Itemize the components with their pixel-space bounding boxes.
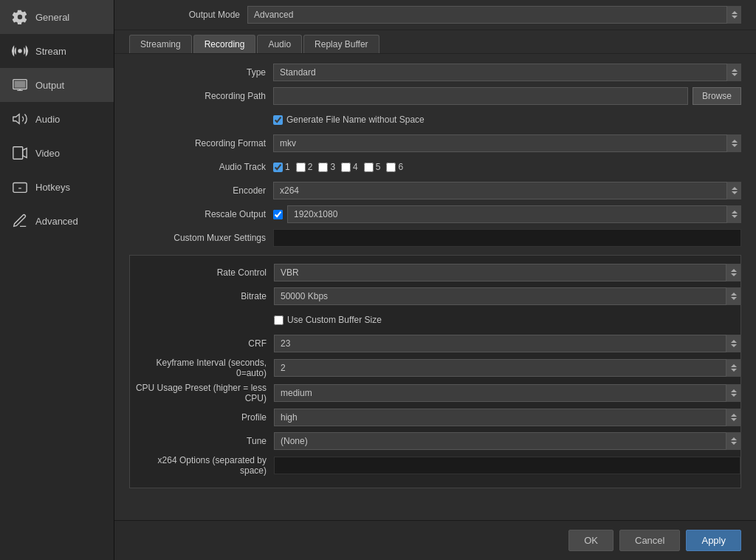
video-icon <box>12 145 28 161</box>
encoder-row: Encoder x264 <box>129 181 741 200</box>
sidebar-label-audio: Audio <box>35 114 60 125</box>
track-2-label: 2 <box>308 162 313 172</box>
rate-control-label: Rate Control <box>130 267 274 278</box>
output-mode-select-wrapper: Advanced Simple <box>247 6 741 24</box>
tab-recording[interactable]: Recording <box>193 35 256 53</box>
stream-icon <box>12 43 28 59</box>
browse-button[interactable]: Browse <box>693 87 741 105</box>
audio-track-label: Audio Track <box>129 162 273 172</box>
svg-point-0 <box>18 49 22 53</box>
generate-filename-row: Generate File Name without Space <box>129 110 741 129</box>
sidebar-label-hotkeys: Hotkeys <box>35 182 70 193</box>
bitrate-input[interactable] <box>274 287 740 305</box>
custom-buffer-text: Use Custom Buffer Size <box>287 315 382 325</box>
sidebar-label-general: General <box>35 12 69 23</box>
rate-control-row: Rate Control VBR CBR ABR CRF <box>130 263 740 282</box>
sidebar-item-video[interactable]: Video <box>0 136 114 170</box>
sidebar-label-advanced: Advanced <box>35 216 78 227</box>
sidebar-item-audio[interactable]: Audio <box>0 102 114 136</box>
sidebar-item-general[interactable]: General <box>0 0 114 34</box>
track-5-checkbox[interactable] <box>364 163 374 172</box>
bottom-bar: OK Cancel Apply <box>114 520 756 560</box>
x264-options-input[interactable] <box>274 457 740 474</box>
profile-label: Profile <box>130 412 274 423</box>
tab-replay-buffer[interactable]: Replay Buffer <box>303 35 379 53</box>
generate-filename-checkbox[interactable] <box>273 115 283 125</box>
sidebar: General Stream Output Audio <box>0 0 114 560</box>
gear-icon <box>12 9 28 25</box>
audio-track-controls: 1 2 3 4 5 <box>273 162 741 172</box>
custom-muxer-row: Custom Muxer Settings <box>129 228 741 247</box>
rescale-output-checkbox[interactable] <box>273 210 283 219</box>
svg-rect-2 <box>15 81 26 88</box>
track-2-item: 2 <box>296 162 313 172</box>
recording-path-label: Recording Path <box>129 91 273 101</box>
type-select[interactable]: Standard <box>273 64 741 81</box>
rate-control-select[interactable]: VBR CBR ABR CRF <box>274 264 740 281</box>
keyframe-interval-label: Keyframe Interval (seconds, 0=auto) <box>130 358 274 378</box>
track-2-checkbox[interactable] <box>296 163 306 172</box>
apply-button[interactable]: Apply <box>686 530 741 551</box>
track-3-item: 3 <box>318 162 335 172</box>
rescale-output-label: Rescale Output <box>129 209 273 219</box>
output-icon <box>12 77 28 93</box>
tab-audio[interactable]: Audio <box>257 35 302 53</box>
encoder-settings-section: Rate Control VBR CBR ABR CRF Bitra <box>129 255 741 488</box>
x264-options-row: x264 Options (separated by space) <box>130 455 740 476</box>
sidebar-item-stream[interactable]: Stream <box>0 34 114 68</box>
crf-row: CRF <box>130 334 740 353</box>
keyframe-interval-input[interactable] <box>274 359 740 377</box>
content-area: Type Standard Recording Path Browse <box>114 54 756 520</box>
cpu-usage-select[interactable]: ultrafast superfast veryfast faster fast… <box>274 384 740 402</box>
custom-buffer-checkbox[interactable] <box>274 315 284 325</box>
crf-label: CRF <box>130 338 274 349</box>
svg-rect-4 <box>13 183 27 193</box>
recording-format-label: Recording Format <box>129 138 273 148</box>
recording-format-select[interactable]: mkv mp4 flv ts m3u8 <box>273 134 741 152</box>
svg-rect-3 <box>13 147 23 160</box>
crf-input[interactable] <box>274 335 740 352</box>
ok-button[interactable]: OK <box>568 530 614 551</box>
track-3-label: 3 <box>330 162 335 172</box>
profile-select[interactable]: baseline main high <box>274 409 740 426</box>
recording-path-row: Recording Path Browse <box>129 86 741 106</box>
track-6-item: 6 <box>386 162 403 172</box>
advanced-icon <box>12 213 28 229</box>
encoder-select[interactable]: x264 <box>273 182 741 199</box>
sidebar-item-hotkeys[interactable]: Hotkeys <box>0 170 114 204</box>
track-4-checkbox[interactable] <box>341 163 351 172</box>
rescale-output-select[interactable]: 1920x1080 1280x720 1280x960 <box>287 205 741 223</box>
output-mode-label: Output Mode <box>129 10 247 20</box>
custom-buffer-label[interactable]: Use Custom Buffer Size <box>274 315 740 325</box>
track-1-item: 1 <box>273 162 290 172</box>
track-6-label: 6 <box>398 162 403 172</box>
sidebar-item-output[interactable]: Output <box>0 68 114 102</box>
hotkeys-icon <box>12 179 28 195</box>
tune-row: Tune (None) film animation grain stillim… <box>130 431 740 451</box>
bitrate-label: Bitrate <box>130 291 274 301</box>
cancel-button[interactable]: Cancel <box>619 530 680 551</box>
tab-streaming[interactable]: Streaming <box>129 35 192 53</box>
tune-label: Tune <box>130 436 274 446</box>
cpu-usage-label: CPU Usage Preset (higher = less CPU) <box>130 383 274 403</box>
encoder-label: Encoder <box>129 185 273 196</box>
custom-muxer-input[interactable] <box>273 229 741 247</box>
recording-path-input[interactable] <box>273 87 688 105</box>
track-5-label: 5 <box>376 162 381 172</box>
recording-path-controls: Browse <box>273 87 741 105</box>
track-6-checkbox[interactable] <box>386 163 396 172</box>
tune-select[interactable]: (None) film animation grain stillimage f… <box>274 432 740 450</box>
main-panel: Output Mode Advanced Simple Streaming Re… <box>114 0 756 560</box>
keyframe-interval-row: Keyframe Interval (seconds, 0=auto) <box>130 358 740 378</box>
sidebar-item-advanced[interactable]: Advanced <box>0 204 114 238</box>
custom-muxer-label: Custom Muxer Settings <box>129 233 273 243</box>
track-1-label: 1 <box>285 162 290 172</box>
cpu-usage-row: CPU Usage Preset (higher = less CPU) ult… <box>130 383 740 403</box>
track-4-label: 4 <box>353 162 358 172</box>
generate-filename-label[interactable]: Generate File Name without Space <box>273 115 741 125</box>
type-row: Type Standard <box>129 63 741 82</box>
output-mode-select[interactable]: Advanced Simple <box>247 6 741 24</box>
track-1-checkbox[interactable] <box>273 163 283 172</box>
track-3-checkbox[interactable] <box>318 163 328 172</box>
type-label: Type <box>129 67 273 78</box>
